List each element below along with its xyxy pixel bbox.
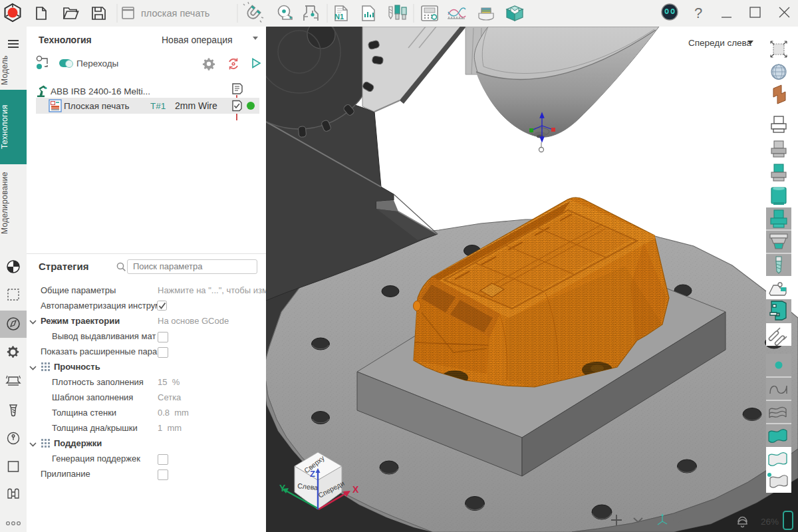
svg-text:Спереди слева: Спереди слева — [688, 38, 752, 48]
svg-text:X: X — [352, 484, 359, 495]
svg-text:N1: N1 — [334, 13, 344, 21]
svg-text:плоская печать: плоская печать — [141, 8, 209, 19]
svg-text:26%: 26% — [761, 517, 779, 527]
svg-text:Y: Y — [279, 483, 286, 493]
svg-text:Z: Z — [310, 469, 315, 479]
svg-text:?: ? — [694, 5, 702, 21]
